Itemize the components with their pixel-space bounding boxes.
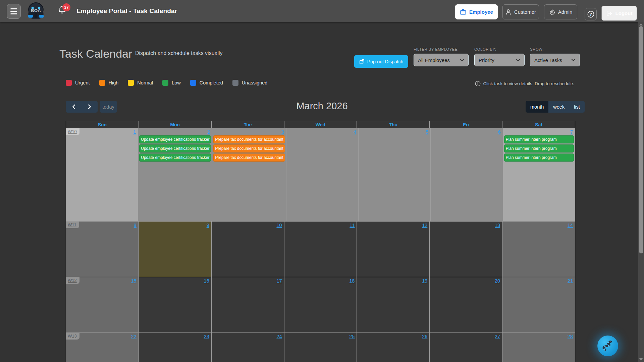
calendar-hint: Click task to view details. Drag to resc… (475, 81, 574, 86)
day-cell-march-15[interactable]: W1215 (66, 277, 139, 333)
day-cell-march-7[interactable]: 7 Plan summer intern program Plan summer… (503, 128, 575, 222)
date-link-10[interactable]: 10 (276, 223, 282, 228)
day-header-link[interactable]: Sat (535, 122, 542, 127)
day-cell-march-1[interactable]: W101 (66, 128, 138, 222)
calendar-body: W1012 Update employee certifications tra… (66, 128, 575, 362)
date-link-19[interactable]: 19 (422, 278, 427, 284)
day-cell-march-6[interactable]: 6 (431, 128, 503, 222)
day-cell-march-9[interactable]: 9 (139, 222, 212, 277)
date-link-22[interactable]: 22 (131, 334, 137, 339)
task-event[interactable]: Plan summer intern program (504, 144, 574, 153)
date-link-3[interactable]: 3 (281, 129, 284, 135)
day-cell-march-24[interactable]: 24 (212, 333, 284, 362)
nav-admin-button[interactable]: Admin (544, 4, 577, 19)
date-link-28[interactable]: 28 (568, 334, 573, 339)
day-cell-march-4[interactable]: 4 (286, 128, 359, 222)
date-link-14[interactable]: 14 (568, 223, 573, 228)
date-link-9[interactable]: 9 (207, 223, 209, 228)
day-cell-march-26[interactable]: 26 (357, 333, 430, 362)
task-event[interactable]: Plan summer intern program (504, 154, 574, 162)
view-list-button[interactable]: list (569, 101, 585, 113)
date-link-17[interactable]: 17 (276, 278, 282, 284)
popout-dispatch-button[interactable]: Pop-out Dispatch (354, 55, 408, 68)
date-link-8[interactable]: 8 (134, 223, 137, 228)
day-cell-march-27[interactable]: 27 (430, 333, 502, 362)
day-cell-march-28[interactable]: 28 (502, 333, 575, 362)
date-link-23[interactable]: 23 (204, 334, 209, 339)
nav-employee-button[interactable]: Employee (455, 4, 498, 19)
day-header-link[interactable]: Mon (170, 122, 180, 127)
date-link-12[interactable]: 12 (422, 223, 427, 228)
date-link-2[interactable]: 2 (207, 129, 210, 135)
day-header-link[interactable]: Wed (316, 122, 325, 127)
day-cell-march-16[interactable]: 16 (139, 277, 212, 333)
date-link-13[interactable]: 13 (495, 223, 500, 228)
view-month-button[interactable]: month (526, 101, 548, 113)
day-cell-march-8[interactable]: W118 (66, 222, 139, 277)
day-cell-march-17[interactable]: 17 (212, 277, 284, 333)
show-select[interactable]: Active Tasks (530, 54, 580, 66)
date-link-21[interactable]: 21 (568, 278, 573, 284)
day-cell-march-20[interactable]: 20 (430, 277, 502, 333)
menu-button[interactable] (7, 4, 21, 19)
legend-item: Low (162, 80, 181, 86)
task-event[interactable]: Prepare tax documents for accountant (213, 154, 285, 162)
day-cell-march-19[interactable]: 19 (357, 277, 430, 333)
day-cell-march-11[interactable]: 11 (284, 222, 357, 277)
help-button[interactable]: ? (585, 8, 597, 20)
color-by-select[interactable]: Priority (474, 54, 525, 66)
day-cell-march-3[interactable]: 3 Prepare tax documents for accountant P… (212, 128, 286, 222)
day-cell-march-5[interactable]: 5 (359, 128, 431, 222)
view-switcher: monthweeklist (526, 101, 585, 113)
logout-button[interactable]: Logout (601, 6, 637, 21)
date-link-11[interactable]: 11 (350, 223, 355, 228)
task-event[interactable]: Prepare tax documents for accountant (213, 144, 285, 153)
week-number-link[interactable]: W12 (66, 277, 79, 284)
week-number-link[interactable]: W11 (66, 222, 79, 228)
nav-customer-button[interactable]: Customer (502, 4, 539, 19)
day-cell-march-2[interactable]: 2 Update employee certifications tracker… (138, 128, 212, 222)
date-link-5[interactable]: 5 (426, 129, 428, 135)
notifications-button[interactable]: 37 (58, 5, 70, 19)
scrollbar-thumb[interactable] (639, 26, 643, 253)
day-cell-march-18[interactable]: 18 (284, 277, 357, 333)
scroll-down-arrow-icon[interactable] (639, 358, 643, 361)
view-week-button[interactable]: week (548, 101, 569, 113)
task-event[interactable]: Update employee certifications tracker (139, 154, 211, 162)
date-link-15[interactable]: 15 (131, 278, 137, 284)
date-link-24[interactable]: 24 (276, 334, 282, 339)
day-header-link[interactable]: Thu (389, 122, 398, 127)
day-cell-march-21[interactable]: 21 (502, 277, 575, 333)
date-link-18[interactable]: 18 (349, 278, 355, 284)
task-event[interactable]: Plan summer intern program (504, 135, 574, 143)
date-link-25[interactable]: 25 (349, 334, 355, 339)
page-scrollbar[interactable] (638, 22, 644, 362)
assistant-fab-button[interactable] (597, 336, 618, 356)
day-header-link[interactable]: Tue (244, 122, 252, 127)
day-cell-march-25[interactable]: 25 (284, 333, 357, 362)
day-header-link[interactable]: Fri (463, 122, 469, 127)
date-link-20[interactable]: 20 (495, 278, 500, 284)
date-link-26[interactable]: 26 (422, 334, 427, 339)
day-cell-march-22[interactable]: W1322 (66, 333, 139, 362)
employee-filter-select[interactable]: All Employees (414, 54, 469, 66)
day-header-link[interactable]: Sun (98, 122, 107, 127)
date-link-6[interactable]: 6 (498, 129, 501, 135)
day-cell-march-13[interactable]: 13 (430, 222, 502, 277)
priority-legend: Urgent High Normal Low Completed Unassig… (66, 80, 267, 86)
date-link-7[interactable]: 7 (570, 129, 573, 135)
date-link-27[interactable]: 27 (495, 334, 500, 339)
date-link-16[interactable]: 16 (204, 278, 209, 284)
task-event[interactable]: Update employee certifications tracker (139, 135, 211, 143)
task-event[interactable]: Update employee certifications tracker (139, 144, 211, 153)
task-event[interactable]: Prepare tax documents for accountant (213, 135, 285, 143)
day-cell-march-14[interactable]: 14 (502, 222, 575, 277)
day-cell-march-12[interactable]: 12 (357, 222, 430, 277)
day-cell-march-23[interactable]: 23 (139, 333, 212, 362)
week-number-link[interactable]: W13 (66, 333, 79, 340)
day-cell-march-10[interactable]: 10 (212, 222, 284, 277)
week-number-link[interactable]: W10 (66, 128, 79, 135)
date-link-1[interactable]: 1 (133, 129, 136, 135)
scroll-up-arrow-icon[interactable] (639, 23, 643, 25)
date-link-4[interactable]: 4 (354, 129, 356, 135)
